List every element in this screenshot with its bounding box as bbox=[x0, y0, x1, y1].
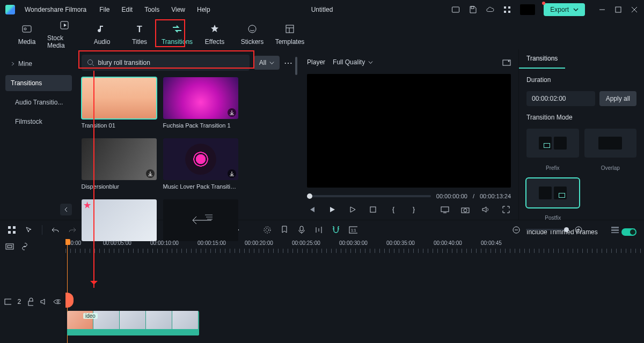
menu-view[interactable]: View bbox=[171, 6, 185, 13]
play-button[interactable] bbox=[327, 205, 337, 214]
redo-button[interactable] bbox=[68, 226, 77, 234]
menu-help[interactable]: Help bbox=[197, 6, 210, 13]
clip-drag-indicator bbox=[65, 293, 74, 308]
media-icon bbox=[21, 23, 33, 35]
player-stage[interactable] bbox=[307, 74, 511, 188]
download-icon[interactable] bbox=[228, 108, 236, 117]
titles-icon: T bbox=[134, 23, 145, 35]
play-preview-button[interactable] bbox=[348, 205, 357, 214]
volume-button[interactable] bbox=[481, 205, 491, 214]
scrollbar[interactable] bbox=[295, 57, 297, 75]
layout-icon[interactable] bbox=[451, 5, 460, 14]
audio-mix-icon[interactable] bbox=[314, 226, 323, 234]
selection-tool-icon[interactable] bbox=[25, 226, 33, 234]
mode-postfix[interactable] bbox=[526, 178, 579, 207]
svg-rect-54 bbox=[6, 244, 13, 249]
tab-audio[interactable]: Audio bbox=[85, 21, 119, 48]
download-icon[interactable] bbox=[146, 169, 155, 178]
thumb-item-5[interactable] bbox=[82, 199, 157, 241]
filter-dropdown[interactable]: All bbox=[254, 56, 280, 70]
download-icon[interactable] bbox=[228, 169, 236, 178]
thumb-item-6[interactable] bbox=[163, 199, 238, 241]
audio-icon bbox=[96, 23, 108, 35]
mode-prefix[interactable] bbox=[526, 129, 579, 158]
link-icon[interactable] bbox=[20, 242, 29, 251]
sidebar-item-transitions[interactable]: Transitions bbox=[5, 75, 72, 91]
zoom-out-button[interactable] bbox=[512, 226, 521, 234]
mute-icon[interactable] bbox=[40, 298, 47, 305]
arrange-icon[interactable] bbox=[8, 226, 16, 234]
tab-titles-label: Titles bbox=[132, 38, 147, 46]
timeline-ruler[interactable]: 00:00 00:00:05:00 00:00:10:00 00:00:15:0… bbox=[65, 239, 644, 254]
sidebar-item-mine[interactable]: Mine bbox=[5, 56, 72, 72]
tab-stickers[interactable]: Stickers bbox=[235, 21, 269, 48]
export-button[interactable]: Export bbox=[544, 3, 585, 16]
sidebar-item-filmstock[interactable]: Filmstock bbox=[5, 114, 72, 130]
thumb-transition-01[interactable]: Transition 01 bbox=[82, 77, 157, 129]
minimize-button[interactable] bbox=[598, 5, 606, 14]
browser-options-button[interactable]: ⋯ bbox=[284, 58, 293, 68]
player-time-sep: / bbox=[473, 193, 474, 199]
zoom-in-button[interactable] bbox=[574, 226, 583, 234]
maximize-button[interactable] bbox=[614, 5, 623, 14]
player-current-time: 00:00:00:00 bbox=[436, 193, 467, 199]
fullscreen-button[interactable] bbox=[501, 205, 511, 214]
lock-icon[interactable] bbox=[27, 297, 33, 306]
mark-out-button[interactable]: } bbox=[409, 205, 419, 214]
menu-edit[interactable]: Edit bbox=[122, 6, 133, 13]
cloud-icon[interactable] bbox=[486, 5, 494, 14]
timeline-tracks[interactable]: 00:00 00:00:05:00 00:00:10:00 00:00:15:0… bbox=[65, 239, 644, 343]
properties-tab-transitions[interactable]: Transitions bbox=[519, 49, 565, 69]
thumb-music-lover-pack[interactable]: Music Lover Pack Transition ... bbox=[163, 138, 238, 190]
apps-icon[interactable] bbox=[503, 5, 511, 14]
tab-stock-media[interactable]: Stock Media bbox=[47, 17, 82, 51]
close-button[interactable] bbox=[630, 5, 639, 14]
menu-tools[interactable]: Tools bbox=[144, 6, 159, 13]
player-label: Player bbox=[307, 58, 325, 66]
sidebar-mine-label: Mine bbox=[18, 60, 32, 68]
player-quality-dropdown[interactable]: Full Quality bbox=[333, 58, 373, 66]
mode-prefix-label: Prefix bbox=[526, 165, 579, 171]
player-quality-label: Full Quality bbox=[333, 58, 365, 66]
include-trimmed-toggle[interactable] bbox=[621, 228, 636, 236]
player-progress[interactable] bbox=[307, 195, 431, 197]
camera-icon[interactable] bbox=[460, 205, 470, 214]
tab-media[interactable]: Media bbox=[10, 21, 44, 48]
account-badge[interactable] bbox=[520, 4, 535, 15]
duration-label: Duration bbox=[526, 76, 636, 84]
ratio-icon[interactable]: 1:1 bbox=[349, 226, 357, 234]
tab-templates[interactable]: Templates bbox=[273, 21, 307, 48]
sidebar-item-audio-transition[interactable]: Audio Transitio... bbox=[5, 94, 72, 110]
thumb-fuchsia-pack[interactable]: Fuchsia Pack Transition 1 bbox=[163, 77, 238, 129]
duration-input[interactable]: 00:00:02:00 bbox=[526, 91, 595, 106]
undo-button[interactable] bbox=[51, 226, 60, 234]
prev-frame-button[interactable] bbox=[307, 205, 317, 214]
search-input[interactable] bbox=[98, 59, 244, 66]
stop-button[interactable] bbox=[368, 205, 378, 214]
menu-file[interactable]: File bbox=[99, 6, 109, 13]
tab-transitions-label: Transitions bbox=[162, 38, 193, 46]
mark-in-button[interactable]: { bbox=[389, 205, 398, 214]
search-input-wrap[interactable] bbox=[82, 55, 250, 71]
apply-all-button[interactable]: Apply all bbox=[599, 91, 636, 106]
video-clip[interactable]: ideo bbox=[67, 311, 199, 335]
svg-point-58 bbox=[57, 301, 59, 303]
save-icon[interactable] bbox=[469, 5, 477, 14]
mode-overlap-label: Overlap bbox=[584, 165, 636, 171]
tab-transitions[interactable]: Transitions bbox=[160, 21, 194, 48]
svg-rect-55 bbox=[8, 245, 12, 248]
sidebar-collapse-button[interactable] bbox=[60, 204, 72, 215]
visibility-icon[interactable] bbox=[53, 299, 61, 305]
display-settings-button[interactable] bbox=[440, 205, 450, 214]
mode-overlap[interactable] bbox=[584, 129, 636, 158]
snapshot-icon[interactable] bbox=[502, 58, 511, 66]
tab-titles[interactable]: TTitles bbox=[122, 21, 157, 48]
tab-effects[interactable]: Effects bbox=[197, 21, 232, 48]
track-view-icon[interactable] bbox=[611, 226, 619, 234]
ruler-label: 00:00:20:00 bbox=[245, 240, 273, 246]
zoom-slider[interactable] bbox=[526, 229, 569, 230]
magnet-icon[interactable] bbox=[332, 226, 340, 234]
svg-point-29 bbox=[464, 209, 467, 212]
timeline-settings-icon[interactable] bbox=[5, 242, 14, 251]
thumb-dispersionblur[interactable]: Dispersionblur bbox=[82, 138, 157, 190]
